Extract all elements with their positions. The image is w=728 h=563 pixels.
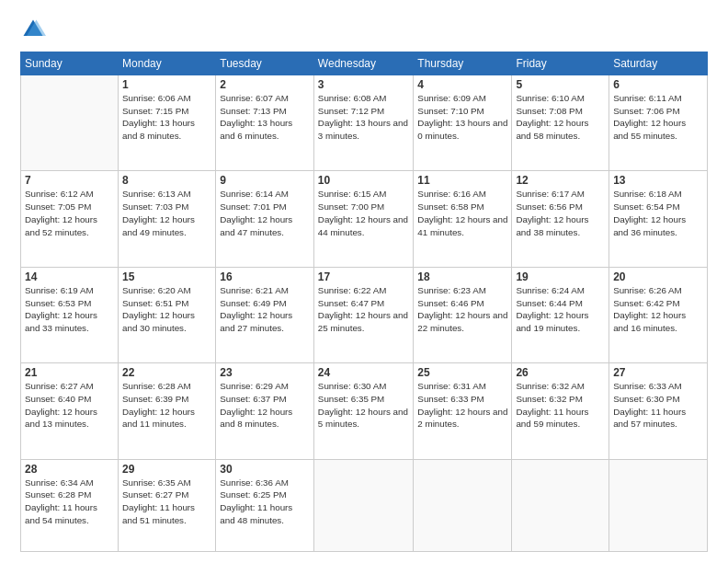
day-info: Sunrise: 6:31 AMSunset: 6:33 PMDaylight:… <box>417 380 507 431</box>
day-number: 29 <box>122 463 211 476</box>
day-number: 14 <box>25 270 114 283</box>
calendar-cell <box>512 459 609 551</box>
week-row-4: 28Sunrise: 6:34 AMSunset: 6:28 PMDayligh… <box>21 459 708 551</box>
calendar-cell: 18Sunrise: 6:23 AMSunset: 6:46 PMDayligh… <box>414 267 512 362</box>
day-number: 2 <box>220 78 310 91</box>
day-info: Sunrise: 6:28 AMSunset: 6:39 PMDaylight:… <box>122 380 211 431</box>
day-number: 6 <box>613 78 703 91</box>
calendar-header-tuesday: Tuesday <box>216 52 314 75</box>
day-info: Sunrise: 6:30 AMSunset: 6:35 PMDaylight:… <box>318 380 410 431</box>
calendar-cell: 14Sunrise: 6:19 AMSunset: 6:53 PMDayligh… <box>21 267 119 362</box>
day-info: Sunrise: 6:34 AMSunset: 6:28 PMDaylight:… <box>25 477 114 527</box>
day-info: Sunrise: 6:17 AMSunset: 6:56 PMDaylight:… <box>516 188 605 238</box>
day-number: 25 <box>417 366 507 379</box>
calendar-cell: 2Sunrise: 6:07 AMSunset: 7:13 PMDaylight… <box>216 75 314 171</box>
day-info: Sunrise: 6:23 AMSunset: 6:46 PMDaylight:… <box>417 284 507 335</box>
day-number: 5 <box>516 78 605 91</box>
day-info: Sunrise: 6:08 AMSunset: 7:12 PMDaylight:… <box>318 92 410 143</box>
day-info: Sunrise: 6:36 AMSunset: 6:25 PMDaylight:… <box>220 477 310 527</box>
day-number: 9 <box>220 174 310 187</box>
day-info: Sunrise: 6:07 AMSunset: 7:13 PMDaylight:… <box>220 92 310 143</box>
day-number: 23 <box>220 366 310 379</box>
day-number: 21 <box>25 366 114 379</box>
calendar-cell: 3Sunrise: 6:08 AMSunset: 7:12 PMDaylight… <box>313 75 414 171</box>
day-number: 3 <box>318 78 410 91</box>
day-number: 18 <box>417 270 507 283</box>
calendar-cell: 15Sunrise: 6:20 AMSunset: 6:51 PMDayligh… <box>119 267 216 362</box>
day-number: 13 <box>613 174 703 187</box>
day-number: 4 <box>417 78 507 91</box>
day-info: Sunrise: 6:19 AMSunset: 6:53 PMDaylight:… <box>25 284 114 335</box>
week-row-3: 21Sunrise: 6:27 AMSunset: 6:40 PMDayligh… <box>21 363 708 459</box>
calendar-cell: 30Sunrise: 6:36 AMSunset: 6:25 PMDayligh… <box>216 459 314 551</box>
calendar-cell <box>609 459 708 551</box>
day-number: 19 <box>516 270 605 283</box>
calendar-cell: 20Sunrise: 6:26 AMSunset: 6:42 PMDayligh… <box>609 267 708 362</box>
calendar-cell: 25Sunrise: 6:31 AMSunset: 6:33 PMDayligh… <box>414 363 512 459</box>
day-number: 22 <box>122 366 211 379</box>
day-info: Sunrise: 6:10 AMSunset: 7:08 PMDaylight:… <box>516 92 605 143</box>
day-number: 12 <box>516 174 605 187</box>
calendar-cell: 27Sunrise: 6:33 AMSunset: 6:30 PMDayligh… <box>609 363 708 459</box>
calendar-cell: 24Sunrise: 6:30 AMSunset: 6:35 PMDayligh… <box>313 363 414 459</box>
calendar-header-monday: Monday <box>119 52 216 75</box>
day-info: Sunrise: 6:24 AMSunset: 6:44 PMDaylight:… <box>516 284 605 335</box>
day-info: Sunrise: 6:21 AMSunset: 6:49 PMDaylight:… <box>220 284 310 335</box>
day-number: 28 <box>25 463 114 476</box>
day-number: 10 <box>318 174 410 187</box>
day-number: 27 <box>613 366 703 379</box>
calendar-cell: 7Sunrise: 6:12 AMSunset: 7:05 PMDaylight… <box>21 171 119 267</box>
day-info: Sunrise: 6:15 AMSunset: 7:00 PMDaylight:… <box>318 188 410 238</box>
calendar-cell: 11Sunrise: 6:16 AMSunset: 6:58 PMDayligh… <box>414 171 512 267</box>
calendar-cell <box>414 459 512 551</box>
calendar-cell: 19Sunrise: 6:24 AMSunset: 6:44 PMDayligh… <box>512 267 609 362</box>
calendar-header-friday: Friday <box>512 52 609 75</box>
day-info: Sunrise: 6:09 AMSunset: 7:10 PMDaylight:… <box>417 92 507 143</box>
day-number: 1 <box>122 78 211 91</box>
day-info: Sunrise: 6:27 AMSunset: 6:40 PMDaylight:… <box>25 380 114 431</box>
day-info: Sunrise: 6:35 AMSunset: 6:27 PMDaylight:… <box>122 477 211 527</box>
calendar-header-saturday: Saturday <box>609 52 708 75</box>
day-number: 8 <box>122 174 211 187</box>
day-number: 30 <box>220 463 310 476</box>
calendar-cell: 6Sunrise: 6:11 AMSunset: 7:06 PMDaylight… <box>609 75 708 171</box>
calendar-table: SundayMondayTuesdayWednesdayThursdayFrid… <box>20 52 708 552</box>
week-row-0: 1Sunrise: 6:06 AMSunset: 7:15 PMDaylight… <box>21 75 708 171</box>
day-info: Sunrise: 6:14 AMSunset: 7:01 PMDaylight:… <box>220 188 310 238</box>
calendar-header-wednesday: Wednesday <box>313 52 414 75</box>
day-info: Sunrise: 6:32 AMSunset: 6:32 PMDaylight:… <box>516 380 605 431</box>
calendar-cell: 9Sunrise: 6:14 AMSunset: 7:01 PMDaylight… <box>216 171 314 267</box>
day-number: 7 <box>25 174 114 187</box>
page: SundayMondayTuesdayWednesdayThursdayFrid… <box>0 0 728 563</box>
day-info: Sunrise: 6:18 AMSunset: 6:54 PMDaylight:… <box>613 188 703 238</box>
calendar-cell: 29Sunrise: 6:35 AMSunset: 6:27 PMDayligh… <box>119 459 216 551</box>
day-info: Sunrise: 6:13 AMSunset: 7:03 PMDaylight:… <box>122 188 211 238</box>
day-info: Sunrise: 6:06 AMSunset: 7:15 PMDaylight:… <box>122 92 211 143</box>
calendar-cell: 28Sunrise: 6:34 AMSunset: 6:28 PMDayligh… <box>21 459 119 551</box>
calendar-cell: 5Sunrise: 6:10 AMSunset: 7:08 PMDaylight… <box>512 75 609 171</box>
calendar-header-row: SundayMondayTuesdayWednesdayThursdayFrid… <box>21 52 708 75</box>
calendar-cell: 1Sunrise: 6:06 AMSunset: 7:15 PMDaylight… <box>119 75 216 171</box>
calendar-cell: 22Sunrise: 6:28 AMSunset: 6:39 PMDayligh… <box>119 363 216 459</box>
calendar-cell <box>21 75 119 171</box>
calendar-header-thursday: Thursday <box>414 52 512 75</box>
day-number: 16 <box>220 270 310 283</box>
week-row-2: 14Sunrise: 6:19 AMSunset: 6:53 PMDayligh… <box>21 267 708 362</box>
day-info: Sunrise: 6:29 AMSunset: 6:37 PMDaylight:… <box>220 380 310 431</box>
day-number: 11 <box>417 174 507 187</box>
calendar-cell: 17Sunrise: 6:22 AMSunset: 6:47 PMDayligh… <box>313 267 414 362</box>
calendar-cell: 21Sunrise: 6:27 AMSunset: 6:40 PMDayligh… <box>21 363 119 459</box>
day-info: Sunrise: 6:12 AMSunset: 7:05 PMDaylight:… <box>25 188 114 238</box>
day-info: Sunrise: 6:11 AMSunset: 7:06 PMDaylight:… <box>613 92 703 143</box>
logo-icon <box>20 17 46 42</box>
day-number: 17 <box>318 270 410 283</box>
day-info: Sunrise: 6:22 AMSunset: 6:47 PMDaylight:… <box>318 284 410 335</box>
day-info: Sunrise: 6:20 AMSunset: 6:51 PMDaylight:… <box>122 284 211 335</box>
calendar-cell: 8Sunrise: 6:13 AMSunset: 7:03 PMDaylight… <box>119 171 216 267</box>
calendar-cell: 13Sunrise: 6:18 AMSunset: 6:54 PMDayligh… <box>609 171 708 267</box>
calendar-cell: 26Sunrise: 6:32 AMSunset: 6:32 PMDayligh… <box>512 363 609 459</box>
calendar-cell: 4Sunrise: 6:09 AMSunset: 7:10 PMDaylight… <box>414 75 512 171</box>
calendar-cell: 23Sunrise: 6:29 AMSunset: 6:37 PMDayligh… <box>216 363 314 459</box>
day-number: 15 <box>122 270 211 283</box>
day-info: Sunrise: 6:33 AMSunset: 6:30 PMDaylight:… <box>613 380 703 431</box>
